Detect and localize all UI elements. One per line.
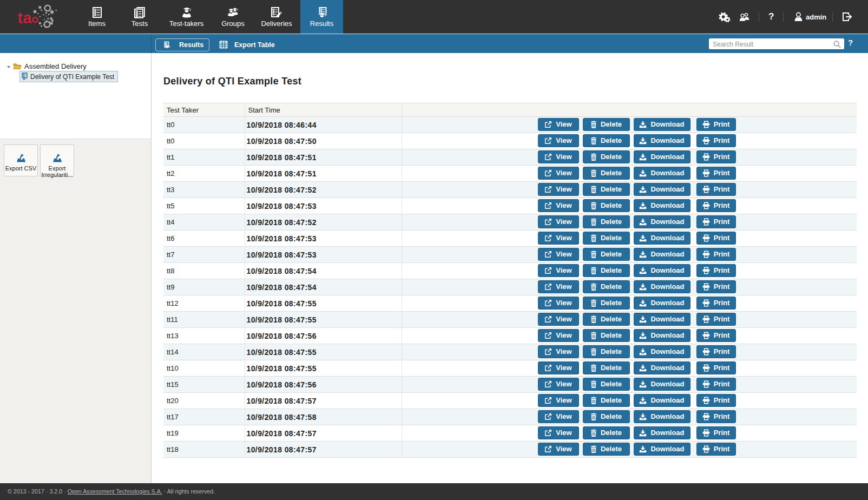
svg-text:ta: ta: [18, 9, 32, 27]
